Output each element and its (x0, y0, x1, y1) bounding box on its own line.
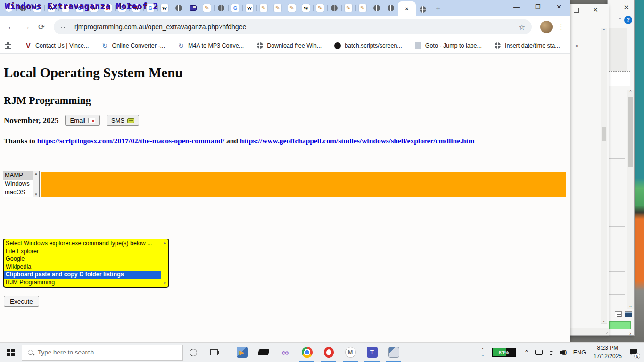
start-button[interactable] (0, 343, 22, 362)
scroll-up-icon[interactable]: ⌃ (627, 90, 634, 95)
battery-indicator[interactable]: 61% (492, 348, 516, 357)
link-geoffchappell[interactable]: https://www.geoffchappell.com/studies/wi… (240, 137, 475, 145)
wallet-taskbar-button[interactable] (253, 343, 274, 362)
scroll-up-icon[interactable]: ⌃ (601, 28, 607, 33)
close-button[interactable]: ✕ (548, 0, 570, 16)
browser-tab[interactable]: W (157, 1, 172, 15)
m-browser-taskbar-button[interactable]: M (339, 343, 361, 362)
select-scrollbar[interactable]: ▲ ▼ (161, 239, 168, 287)
browser-tab[interactable]: W (242, 1, 256, 15)
scrollbar-thumb[interactable] (602, 127, 606, 141)
clock[interactable]: 8:23 PM 17/12/2025 (590, 344, 626, 361)
show-desktop-button[interactable] (642, 343, 644, 362)
resize-grip[interactable] (603, 330, 608, 334)
address-bar[interactable]: rjmprogramming.com.au/open_extravaganza.… (54, 19, 532, 34)
action-center-button[interactable]: 6 (626, 343, 642, 362)
link-scriptingosx[interactable]: https://scriptingosx.com/2017/02/the-mac… (37, 137, 224, 145)
browser-tab[interactable]: ✎ (271, 1, 285, 15)
volume-button[interactable] (557, 343, 570, 362)
url-text[interactable]: rjmprogramming.com.au/open_extravaganza.… (74, 23, 246, 31)
browser-tab[interactable] (416, 3, 430, 16)
scroll-down-icon[interactable]: ▼ (33, 192, 39, 197)
select-option[interactable]: RJM Programming (4, 279, 161, 287)
bookmark-item[interactable]: batch.scripts/screen... (334, 42, 402, 49)
active-tab[interactable]: × (398, 1, 416, 16)
highlighted-button[interactable] (609, 321, 631, 329)
select-option[interactable]: Google (4, 255, 161, 263)
bookmark-item[interactable]: Goto - Jump to labe... (414, 42, 482, 49)
opera-taskbar-button[interactable] (318, 343, 339, 362)
select-option[interactable]: macOS (3, 188, 33, 197)
email-button[interactable]: Email (65, 115, 100, 126)
thumbnail-view-icon[interactable] (625, 311, 632, 317)
bookmark-item[interactable]: Insert date/time sta... (494, 42, 560, 49)
tab-close-icon[interactable]: × (405, 6, 408, 12)
sms-button[interactable]: SMS (107, 115, 139, 126)
browser-tab[interactable] (214, 1, 228, 15)
notes-taskbar-button[interactable] (383, 343, 405, 362)
minimize-button[interactable]: — (506, 0, 527, 16)
scroll-up-icon[interactable]: ▲ (33, 172, 39, 176)
browser-menu-icon[interactable]: ⋮ (557, 23, 565, 31)
execute-button[interactable]: Execute (4, 296, 39, 307)
media-player-taskbar-button[interactable]: ▶ (231, 343, 253, 362)
browser-tab[interactable]: ✎ (313, 1, 327, 15)
select-option[interactable]: File Explorer (4, 247, 161, 255)
close-icon[interactable]: ✕ (593, 6, 598, 14)
help-icon[interactable]: ? (624, 16, 632, 24)
browser-tab[interactable] (172, 1, 186, 15)
bookmarks-overflow-icon[interactable]: » (575, 42, 590, 49)
restore-icon[interactable] (574, 8, 579, 13)
visual-studio-taskbar-button[interactable]: ∞ (274, 343, 296, 362)
select-option[interactable]: Clipboard paste and copy D folder listin… (4, 271, 161, 279)
browser-tab[interactable]: ✎ (200, 1, 214, 15)
task-view-button[interactable] (204, 343, 224, 362)
wifi-button[interactable] (545, 343, 557, 362)
chevron-up-icon[interactable]: ⌃ (618, 17, 622, 22)
chevron-right-icon[interactable]: › (629, 330, 631, 336)
site-info-icon[interactable] (60, 23, 70, 31)
select-option[interactable]: Windows (3, 180, 33, 188)
cortana-button[interactable] (183, 343, 204, 362)
scroll-up-icon[interactable]: ▲ (161, 240, 168, 245)
forward-button[interactable]: → (20, 20, 33, 33)
new-tab-button[interactable]: + (432, 2, 444, 15)
browser-tab[interactable] (370, 1, 384, 15)
language-indicator[interactable]: ENG (570, 349, 590, 356)
maximize-button[interactable]: ❐ (527, 0, 548, 16)
reload-button[interactable]: ⟳ (35, 20, 48, 33)
browser-tab[interactable] (186, 1, 200, 15)
scrollbar[interactable]: ⌃ ⌄ (601, 28, 607, 324)
tray-scroll-buttons[interactable]: ⌃⌄ (478, 348, 487, 357)
command-select-listbox[interactable]: Select Windows explorer.exe command type… (3, 239, 169, 288)
browser-tab[interactable]: ✎ (256, 1, 271, 15)
browser-tab[interactable]: ✎ (341, 1, 355, 15)
select-option[interactable]: MAMP (3, 171, 33, 180)
bookmark-item[interactable]: ↻M4A to MP3 Conve... (177, 42, 244, 49)
teams-taskbar-button[interactable]: T (361, 343, 383, 362)
profile-avatar[interactable] (540, 21, 553, 33)
bookmark-item[interactable]: ↻Online Converter -... (101, 42, 165, 49)
list-view-icon[interactable] (615, 311, 622, 317)
browser-tab[interactable] (327, 1, 341, 15)
bookmark-star-icon[interactable]: ☆ (519, 23, 525, 32)
background-window-left[interactable]: ✕ ⌃ ⌄ (570, 4, 609, 336)
chrome-taskbar-button[interactable] (296, 343, 318, 362)
cast-button[interactable] (533, 343, 545, 362)
close-icon[interactable]: ✕ (623, 3, 629, 12)
browser-tab[interactable] (384, 1, 398, 15)
back-button[interactable]: ← (5, 20, 18, 33)
browser-tab[interactable]: ✎ (285, 1, 299, 15)
browser-tab[interactable]: G (228, 1, 242, 15)
taskbar-search-input[interactable]: Type here to search (22, 345, 183, 361)
scroll-down-icon[interactable]: ▼ (161, 281, 168, 286)
scroll-down-icon[interactable]: ⌄ (627, 304, 634, 308)
bookmark-item[interactable]: VContact Us | Vince... (25, 42, 89, 49)
os-select-listbox[interactable]: MAMPWindowsmacOS ▲ ▼ (3, 171, 40, 197)
bookmark-item[interactable]: Download free Win... (256, 42, 322, 49)
apps-grid-icon[interactable] (5, 42, 11, 49)
hidden-icons-button[interactable]: ⌃ (520, 343, 533, 362)
scroll-down-icon[interactable]: ⌄ (601, 318, 607, 323)
browser-tab[interactable]: ✎ (355, 1, 370, 15)
select-option[interactable]: Select Windows explorer.exe command type… (4, 239, 161, 247)
